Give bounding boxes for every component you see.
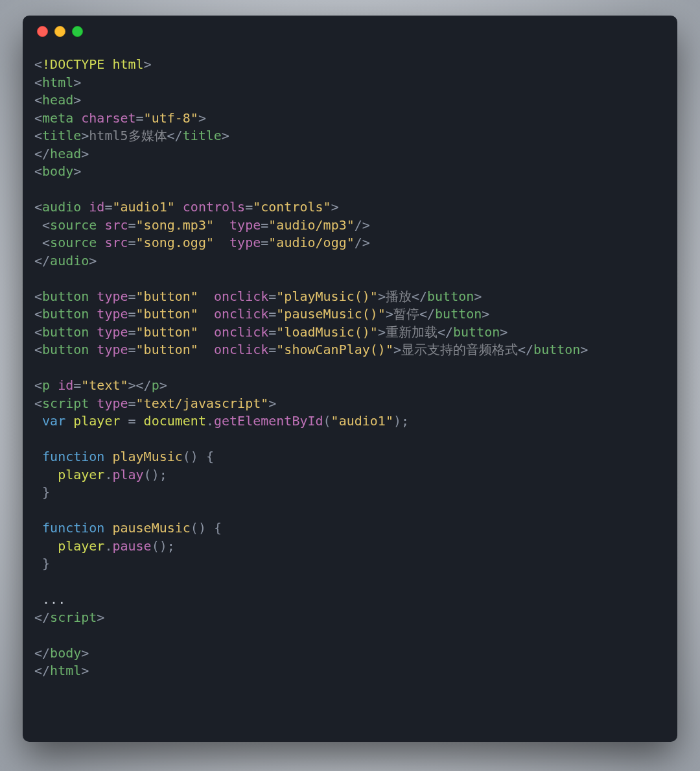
val-button: "button" [136, 324, 198, 340]
title-text: html5多媒体 [89, 128, 167, 143]
tag-html-close: html [50, 663, 81, 678]
kw-function: function [42, 449, 104, 464]
method-gebi: getElementById [214, 413, 323, 429]
val-audio1: "audio1" [112, 199, 174, 215]
ident-player: player [58, 467, 104, 482]
val-button: "button" [136, 289, 198, 304]
attr-type: type [97, 396, 128, 411]
val-song-ogg: "song.ogg" [136, 235, 214, 250]
tag-head-open: head [42, 92, 73, 108]
minimize-icon[interactable] [54, 26, 65, 37]
attr-type: type [97, 289, 128, 304]
tag-button4: button [42, 342, 89, 357]
attr-onclick: onclick [214, 324, 268, 340]
attr-src: src [104, 235, 128, 250]
kw-var: var [42, 413, 65, 429]
window-titlebar [23, 16, 677, 47]
method-play: play [112, 467, 143, 482]
val-audio1js: "audio1" [331, 413, 393, 429]
val-controls: "controls" [253, 199, 331, 215]
code-window: <!DOCTYPE html> <html> <head> <meta char… [23, 16, 677, 742]
ident-player: player [73, 413, 120, 429]
tag-p-close: p [152, 377, 159, 393]
code-block: <!DOCTYPE html> <html> <head> <meta char… [23, 47, 677, 700]
val-song-mp3: "song.mp3" [136, 217, 214, 233]
tag-body-open: body [42, 163, 73, 179]
tag-button4-close: button [533, 342, 580, 357]
method-pause: pause [112, 538, 151, 554]
tag-title-close: title [183, 128, 222, 143]
close-icon[interactable] [37, 26, 48, 37]
attr-onclick: onclick [214, 342, 268, 357]
tag-button2: button [42, 306, 89, 322]
doctype: !DOCTYPE html [42, 56, 144, 72]
tag-source1: source [50, 217, 97, 233]
tag-p: p [42, 377, 50, 393]
attr-type: type [229, 235, 261, 250]
val-type-ogg: "audio/ogg" [268, 235, 354, 250]
val-button: "button" [136, 306, 198, 322]
val-on-show: "showCanPlay()" [276, 342, 393, 357]
fn-pause: pauseMusic [112, 520, 190, 536]
ident-document: document [144, 413, 206, 429]
fn-play: playMusic [112, 449, 182, 464]
val-utf8: "utf-8" [144, 110, 198, 126]
attr-controls: controls [183, 199, 245, 215]
attr-charset: charset [81, 110, 135, 126]
attr-id: id [58, 377, 73, 393]
tag-script-open: script [42, 396, 89, 411]
tag-meta: meta [42, 110, 73, 126]
label-load: 重新加载 [386, 324, 438, 340]
kw-function: function [42, 520, 104, 536]
attr-onclick: onclick [214, 289, 268, 304]
attr-src: src [104, 217, 128, 233]
label-play: 播放 [386, 289, 412, 304]
val-button: "button" [136, 342, 198, 357]
attr-type: type [97, 342, 128, 357]
attr-type: type [97, 324, 128, 340]
zoom-icon[interactable] [72, 26, 83, 37]
tag-html-open: html [42, 75, 73, 90]
tag-button1: button [42, 289, 89, 304]
attr-type: type [97, 306, 128, 322]
val-jstype: "text/javascript" [136, 396, 269, 411]
ident-player: player [58, 538, 104, 554]
val-type-mp3: "audio/mp3" [268, 217, 354, 233]
tag-body-close: body [50, 645, 81, 661]
val-on-pause: "pauseMusic()" [276, 306, 386, 322]
label-pause: 暂停 [393, 306, 419, 322]
tag-script-close: script [50, 610, 97, 625]
tag-source2: source [50, 235, 97, 250]
tag-button3: button [42, 324, 89, 340]
tag-button3-close: button [453, 324, 500, 340]
tag-head-close: head [50, 146, 81, 161]
tag-button2-close: button [435, 306, 482, 322]
tag-audio-open: audio [42, 199, 81, 215]
val-on-load: "loadMusic()" [276, 324, 378, 340]
attr-type: type [229, 217, 261, 233]
attr-id: id [89, 199, 104, 215]
val-on-play: "playMusic()" [276, 289, 378, 304]
val-textid: "text" [81, 377, 128, 393]
tag-button1-close: button [427, 289, 474, 304]
tag-audio-close: audio [50, 253, 89, 268]
ellipsis: ... [42, 591, 65, 607]
tag-title-open: title [42, 128, 81, 143]
attr-onclick: onclick [214, 306, 268, 322]
label-show: 显示支持的音频格式 [401, 342, 518, 357]
